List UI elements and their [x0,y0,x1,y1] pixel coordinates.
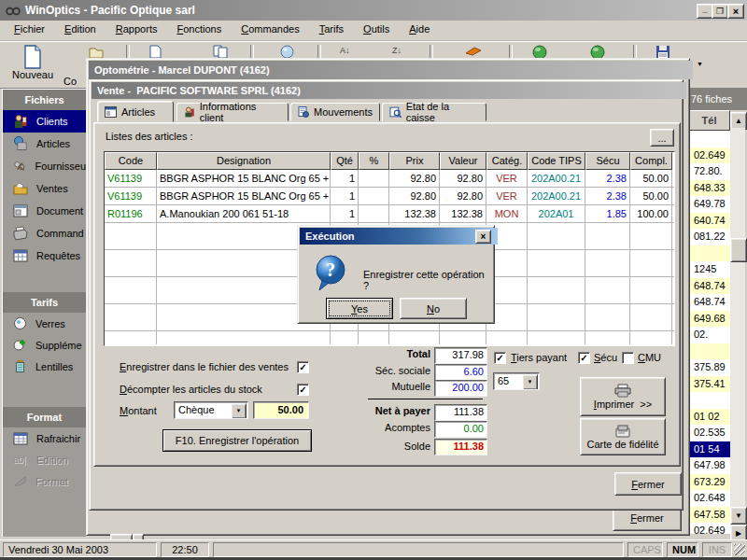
menu-outils[interactable]: Outils [355,21,398,38]
payment-method-select[interactable]: Chèque ▼ [174,401,248,419]
table-row[interactable]: V61139 BBGR ASPHOR 15 BLANC Org 65 + 1 9… [105,170,674,188]
tel-row[interactable]: 649.78 [689,196,730,213]
toolbar-chevron-icon[interactable]: ▼ [697,61,703,67]
menu-edition[interactable]: Edition [56,21,105,38]
tel-row[interactable]: 640.74 [689,213,730,230]
tel-row[interactable] [689,131,730,147]
col-header-qte[interactable]: Qté [331,152,359,170]
tel-row[interactable]: 647.98 [689,457,730,474]
menu-commandes[interactable]: Commandes [233,21,307,38]
table-row[interactable]: V61139 BBGR ASPHOR 15 BLANC Org 65 + 1 9… [105,188,674,205]
tab-informations-client[interactable]: Informations client [176,103,289,121]
maximize-button[interactable]: ❐ [712,4,728,19]
save-floppy-icon[interactable] [655,45,670,59]
tel-row[interactable]: 02.649 [689,523,730,534]
more-button[interactable]: ... [650,129,674,147]
execution-close-button[interactable]: × [475,230,491,244]
tel-row[interactable]: 648.74 [689,278,730,295]
copy-doc-icon[interactable] [213,45,228,59]
imprimer-button[interactable]: Imprimer >> [580,377,666,416]
main-title-bar[interactable]: WinOptics - Pacific Optique sarl [0,0,747,21]
vente-fermer-button[interactable]: Fermer [614,472,682,496]
execution-title-bar[interactable]: Exécution [300,228,498,245]
tel-row[interactable]: 72.80. [689,163,730,180]
tab-articles[interactable]: Articles [97,101,174,122]
sidebar-item-documents[interactable]: Document [3,200,86,222]
tel-column-header[interactable]: Tél [688,110,730,131]
col-header-designation[interactable]: Designation [157,152,331,170]
sidebar-item-articles[interactable]: Articles [3,133,86,155]
yes-button[interactable]: Yes [326,298,393,319]
percent-dropdown-button[interactable]: ▼ [522,374,538,390]
sidebar-item-clients[interactable]: Clients [3,110,86,133]
tel-row[interactable]: 647.58 [689,507,730,524]
menu-fichier[interactable]: Fichier [6,21,53,38]
sidebar-item-ventes[interactable]: Ventes [3,177,86,200]
tel-row[interactable]: 673.29 [689,474,730,491]
tab-mouvements[interactable]: Mouvements [290,103,380,121]
percent-select[interactable]: 65 ▼ [493,372,540,390]
tel-row[interactable]: 375.41 [689,376,730,393]
sort-za-icon[interactable]: Z↓ [392,46,402,55]
col-header-pct[interactable]: % [359,152,389,170]
doc-icon[interactable] [149,45,162,59]
close-button[interactable]: × [727,4,744,19]
tel-row[interactable]: 02.649 [689,147,730,164]
col-header-prix[interactable]: Prix [389,152,440,170]
tel-row[interactable]: 648.74 [689,294,730,311]
col-header-code[interactable]: Code [105,152,157,170]
tiers-payant-checkbox[interactable]: ✓ [494,352,506,364]
tel-scrollbar-track[interactable] [730,128,745,507]
tel-row[interactable] [689,343,730,360]
payment-method-dropdown-button[interactable]: ▼ [231,403,247,419]
tel-row[interactable]: 649.68 [689,311,730,328]
sidebar-item-supplements[interactable]: Suppléme [3,334,86,356]
tel-row[interactable]: 375.89 [689,359,730,376]
secu-checkbox[interactable]: ✓ [578,352,590,364]
eraser-icon[interactable] [465,47,482,56]
toolbar-consulter-label[interactable]: Co [63,76,86,87]
sidebar-item-lentilles[interactable]: Lentilles [3,356,86,377]
col-header-categ[interactable]: Catég. [486,152,528,170]
menu-tarifs[interactable]: Tarifs [311,21,352,38]
optometrie-title-bar[interactable]: Optométrie - Marcel DUPONT (4162) [89,61,693,79]
tel-row-selected[interactable]: 01 54 [689,441,730,458]
tel-scrollbar-thumb[interactable] [730,238,747,262]
sidebar-item-commandes[interactable]: Command [3,222,86,245]
f10-enregistrer-button[interactable]: F10. Enregistrer l'opération [162,429,312,452]
tab-etat-de-la-caisse[interactable]: Etat de la caisse [382,103,486,121]
tel-row[interactable]: 02.648 [689,490,730,507]
col-header-secu[interactable]: Sécu [585,152,630,170]
tel-row[interactable]: 02. [689,327,730,343]
open-folder-icon[interactable] [89,46,104,59]
sidebar-item-fournisseurs[interactable]: Fournisseu [3,155,86,177]
save-sales-checkbox[interactable]: ✓ [297,361,309,373]
sort-az-icon[interactable]: A↓ [340,46,350,55]
tel-row[interactable] [689,245,730,262]
sidebar-item-rafraichir[interactable]: Rafraichir [3,427,86,449]
carte-fidelite-button[interactable]: Carte de fidélité [580,418,666,455]
menu-rapports[interactable]: Rapports [107,21,166,38]
tel-row[interactable]: 1245 [689,261,730,278]
vente-title-bar[interactable]: Vente - PACIFIC SOFTWARE SPRL (4162) [92,82,686,99]
menu-aide[interactable]: Aide [401,21,438,38]
toolbar-nouveau-button[interactable]: Nouveau [6,44,60,86]
col-header-compl[interactable]: Compl. [630,152,672,170]
menu-fonctions[interactable]: Fonctions [169,21,231,38]
tel-row[interactable]: 081.22 [689,229,730,245]
cmu-checkbox[interactable] [622,352,634,364]
no-button[interactable]: No [400,298,467,319]
table-row[interactable]: R01196 A.Manoukian 200 061 51-18 1 132.3… [105,205,674,223]
amount-input[interactable]: 50.00 [253,401,309,419]
tel-row[interactable]: 648.33 [689,180,730,197]
resize-grip[interactable] [734,544,745,555]
sidebar-item-requetes[interactable]: Requêtes [3,245,86,267]
blue-sphere-icon[interactable] [280,45,294,59]
scroll-down-button[interactable]: ▼ [730,507,747,525]
tel-row[interactable]: 02.535 [689,425,730,441]
stock-checkbox[interactable]: ✓ [297,384,309,396]
tel-row[interactable] [689,392,730,409]
col-header-codetips[interactable]: Code TIPS [528,152,585,170]
sidebar-item-verres[interactable]: Verres [3,313,86,334]
col-header-valeur[interactable]: Valeur [440,152,486,170]
